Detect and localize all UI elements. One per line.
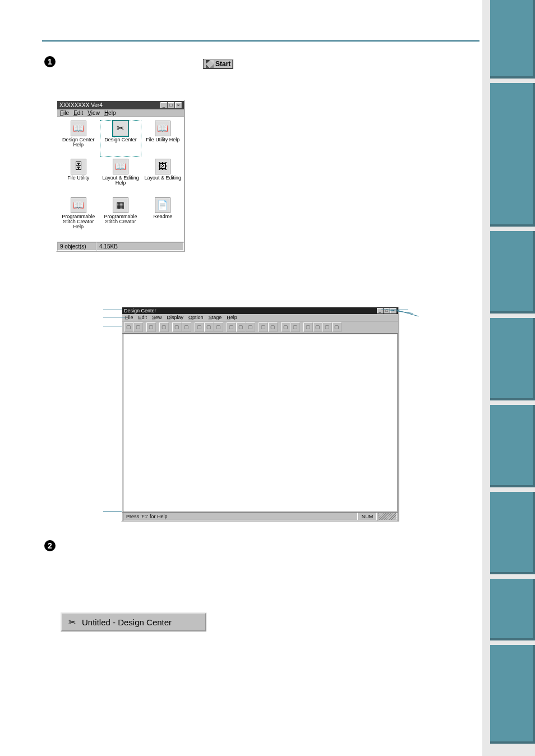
side-tabs <box>490 0 535 756</box>
toolbar-button[interactable]: ▢ <box>236 322 246 332</box>
toolbar-group: ▢ ▢ ▢ ▢ <box>303 322 342 332</box>
toolbar-group: ▢ ▢ ▢ <box>195 322 223 332</box>
toolbar-button[interactable]: ▢ <box>124 322 133 332</box>
menu-file[interactable]: File <box>125 315 133 320</box>
callout-leader <box>103 511 122 512</box>
titlebar[interactable]: Design Center _ □ × <box>122 307 398 314</box>
toolbar-button[interactable]: ▢ <box>290 322 300 332</box>
stitch-creator-icon: ▦ <box>113 197 128 213</box>
toolbar-group: ▢ ▢ <box>172 322 191 332</box>
menu-edit[interactable]: Edit <box>139 315 147 320</box>
icon-design-center[interactable]: ✂ Design Center <box>100 121 140 156</box>
toolbar-button[interactable]: ▢ <box>268 322 278 332</box>
window-controls: _ □ × <box>160 102 182 108</box>
titlebar[interactable]: XXXXXXXX Ver4 _ □ × <box>57 101 184 109</box>
readme-icon: 📄 <box>155 197 170 213</box>
menu-stage[interactable]: Stage <box>209 315 222 320</box>
program-group-window: XXXXXXXX Ver4 _ □ × File Edit View Help … <box>56 100 185 252</box>
status-bar: 9 object(s) 4.15KB <box>57 242 184 251</box>
start-button-label: Start <box>215 60 230 68</box>
design-center-icon: ✂ <box>66 616 77 628</box>
side-tab[interactable] <box>490 231 535 314</box>
toolbar-button[interactable]: ▢ <box>195 322 204 332</box>
layout-editing-icon: 🖼 <box>155 159 170 174</box>
toolbar-button[interactable]: ▢ <box>259 322 268 332</box>
toolbar-button[interactable]: ▢ <box>281 322 290 332</box>
window-title: Design Center <box>124 308 156 314</box>
minimize-button[interactable]: _ <box>160 102 167 108</box>
side-tab[interactable] <box>490 83 535 227</box>
windows-logo-icon <box>206 60 214 68</box>
menu-bar: File Edit View Help <box>57 109 184 117</box>
help-book-icon: 📖 <box>113 159 128 174</box>
taskbar-button-design-center[interactable]: ✂ Untitled - Design Center <box>61 612 206 631</box>
design-center-icon: ✂ <box>113 121 128 136</box>
design-center-window: Design Center _ □ × File Edit Sew Displa… <box>121 306 399 522</box>
toolbar-button[interactable]: ▢ <box>159 322 169 332</box>
toolbar-button[interactable]: ▢ <box>313 322 322 332</box>
toolbar-group: ▢ ▢ ▢ <box>227 322 255 332</box>
callout-leader <box>103 310 122 310</box>
minimize-button[interactable]: _ <box>377 308 383 314</box>
toolbar-button[interactable]: ▢ <box>182 322 191 332</box>
toolbar-button[interactable]: ▢ <box>246 322 255 332</box>
status-bar: Press 'F1' for Help NUM <box>122 512 398 520</box>
status-objects: 9 object(s) <box>57 242 96 251</box>
callout-leader <box>103 326 122 326</box>
taskbar-button-label: Untitled - Design Center <box>82 617 172 627</box>
side-tab[interactable] <box>490 645 535 744</box>
menu-file[interactable]: File <box>60 110 69 116</box>
help-book-icon: 📖 <box>71 197 86 213</box>
icon-file-utility[interactable]: 🗄 File Utility <box>58 159 98 195</box>
toolbar-button[interactable]: ▢ <box>172 322 182 332</box>
icon-stitch-creator[interactable]: ▦ Programmable Stitch Creator <box>100 197 140 238</box>
status-help-text: Press 'F1' for Help <box>123 513 358 520</box>
toolbar-group: ▢ <box>146 322 156 332</box>
menu-display[interactable]: Display <box>167 315 184 320</box>
side-tab[interactable] <box>490 0 535 79</box>
toolbar-button[interactable]: ▢ <box>227 322 236 332</box>
toolbar-group: ▢ ▢ <box>124 322 143 332</box>
start-button[interactable]: Start <box>203 59 233 69</box>
menu-help[interactable]: Help <box>227 315 237 320</box>
help-book-icon: 📖 <box>71 121 86 136</box>
file-utility-icon: 🗄 <box>71 159 86 174</box>
menu-help[interactable]: Help <box>104 110 116 116</box>
toolbar-button[interactable]: ▢ <box>204 322 214 332</box>
toolbar-button[interactable]: ▢ <box>303 322 313 332</box>
resize-grip[interactable] <box>378 513 397 520</box>
menu-view[interactable]: View <box>87 110 100 116</box>
work-area[interactable] <box>123 334 398 512</box>
toolbar-button[interactable]: ▢ <box>322 322 332 332</box>
icon-file-utility-help[interactable]: 📖 File Utility Help <box>143 121 183 156</box>
icon-layout-editing-help[interactable]: 📖 Layout & Editing Help <box>100 159 140 195</box>
icon-layout-editing[interactable]: 🖼 Layout & Editing <box>143 159 183 195</box>
step-bullet-1: 1 <box>44 56 56 67</box>
toolbar-button[interactable]: ▢ <box>332 322 342 332</box>
side-tab[interactable] <box>490 579 535 640</box>
icon-area: 📖 Design Center Help ✂ Design Center 📖 F… <box>57 117 184 242</box>
icon-stitch-creator-help[interactable]: 📖 Programmable Stitch Creator Help <box>58 197 98 238</box>
toolbar-button[interactable]: ▢ <box>133 322 143 332</box>
icon-readme[interactable]: 📄 Readme <box>143 197 183 238</box>
help-book-icon: 📖 <box>155 121 170 136</box>
side-tab[interactable] <box>490 405 535 487</box>
maximize-button[interactable]: □ <box>384 308 390 314</box>
close-button[interactable]: × <box>175 102 182 108</box>
status-num-indicator: NUM <box>358 513 377 520</box>
side-tab[interactable] <box>490 318 535 400</box>
toolbar: ▢ ▢ ▢ ▢ ▢ ▢ ▢ ▢ ▢ ▢ ▢ ▢ <box>122 321 398 334</box>
menu-sew[interactable]: Sew <box>152 315 162 320</box>
maximize-button[interactable]: □ <box>168 102 174 108</box>
toolbar-group: ▢ ▢ <box>281 322 300 332</box>
callout-leader <box>103 317 126 317</box>
toolbar-button[interactable]: ▢ <box>214 322 223 332</box>
icon-design-center-help[interactable]: 📖 Design Center Help <box>58 121 98 156</box>
document-page: 1 2 Start XXXXXXXX Ver4 _ □ × File Edit … <box>0 0 482 756</box>
toolbar-button[interactable]: ▢ <box>146 322 156 332</box>
menu-edit[interactable]: Edit <box>73 110 83 116</box>
side-tab[interactable] <box>490 492 535 574</box>
menu-option[interactable]: Option <box>188 315 204 320</box>
menu-bar: File Edit Sew Display Option Stage Help <box>122 314 398 321</box>
status-size: 4.15KB <box>96 242 184 251</box>
